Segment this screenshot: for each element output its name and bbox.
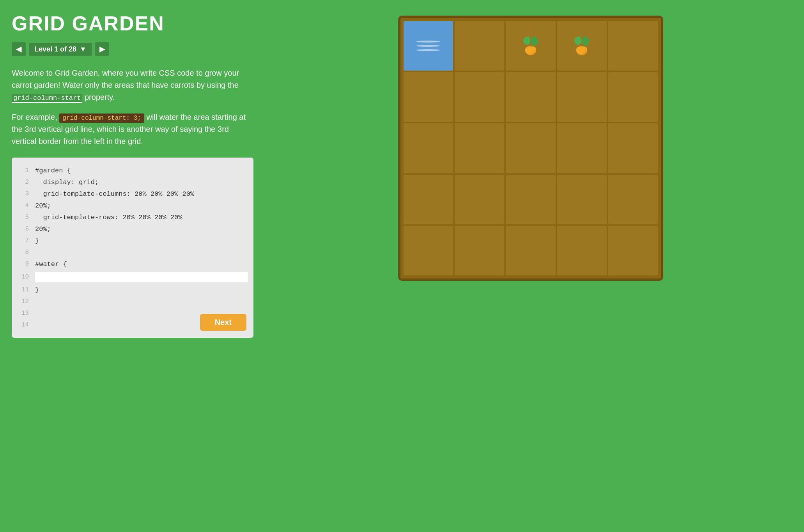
code-line: 8 (12, 246, 253, 258)
garden-cell (506, 226, 555, 275)
carrot (574, 37, 589, 55)
right-panel (269, 12, 792, 281)
line-number: 14 (17, 321, 29, 328)
line-number: 13 (17, 310, 29, 317)
code-input-line: 10 (12, 270, 253, 284)
garden-grid (404, 21, 658, 275)
code-line: 12 (12, 296, 253, 307)
garden-cell (608, 72, 658, 122)
prev-level-button[interactable]: ◀ (12, 42, 26, 56)
line-number: 6 (17, 225, 29, 232)
carrot (523, 37, 538, 55)
level-selector[interactable]: Level 1 of 28 ▼ (29, 43, 92, 56)
carrot-body (525, 46, 536, 55)
code-line: 1#garden { (12, 165, 253, 176)
carrot-leaves (523, 37, 538, 46)
next-button[interactable]: Next (200, 314, 246, 331)
desc1-prefix: Welcome to Grid Garden, where you write … (12, 69, 239, 89)
wave-line (416, 49, 440, 51)
garden-cell (455, 72, 504, 122)
garden-cell (506, 175, 555, 224)
line-text: #water { (35, 261, 67, 268)
code-line: 11} (12, 284, 253, 296)
garden-cell (455, 226, 504, 275)
code-example-inline: grid-column-start: 3; (59, 113, 144, 123)
line-number: 3 (17, 190, 29, 197)
garden-cell (557, 175, 607, 224)
level-navigation: ◀ Level 1 of 28 ▼ ▶ (12, 42, 253, 56)
water-waves (404, 21, 453, 71)
leaf-left (573, 36, 583, 46)
leaf-right (581, 36, 590, 46)
leaf-right (530, 36, 539, 46)
level-label: Level 1 of 28 (34, 45, 76, 53)
garden-cell (404, 21, 453, 71)
line-text: 20%; (35, 225, 51, 233)
garden-cell (404, 226, 453, 275)
line-text: } (35, 286, 39, 294)
garden-container (398, 16, 663, 281)
line-number: 9 (17, 261, 29, 268)
garden-cell (404, 72, 453, 122)
code-line: 9#water { (12, 258, 253, 270)
line-text: grid-template-rows: 20% 20% 20% 20% (35, 214, 182, 221)
garden-cell (455, 21, 504, 71)
dropdown-arrow: ▼ (80, 45, 87, 53)
garden-cell (608, 123, 658, 173)
garden-cell (506, 123, 555, 173)
line-text: display: grid; (35, 179, 99, 186)
code-lines: 1#garden {2 display: grid;3 grid-templat… (12, 165, 253, 331)
line-number: 2 (17, 179, 29, 186)
next-level-button[interactable]: ▶ (95, 42, 109, 56)
code-line: 420%; (12, 200, 253, 211)
garden-cell (557, 21, 607, 71)
garden-cell (404, 175, 453, 224)
code-line: 2 display: grid; (12, 176, 253, 188)
code-line: 5 grid-template-rows: 20% 20% 20% 20% (12, 211, 253, 223)
code-line: 3 grid-template-columns: 20% 20% 20% 20% (12, 188, 253, 200)
garden-cell (557, 123, 607, 173)
carrot-leaves (574, 37, 589, 46)
carrot-body (576, 46, 587, 55)
garden-cell (506, 72, 555, 122)
description-paragraph-2: For example, grid-column-start: 3; will … (12, 111, 253, 147)
garden-cell (506, 21, 555, 71)
line-number: 11 (17, 286, 29, 293)
line-number: 1 (17, 167, 29, 174)
line-number: 4 (17, 202, 29, 209)
line-number: 10 (17, 273, 29, 280)
garden-cell (608, 226, 658, 275)
line-text: grid-template-columns: 20% 20% 20% 20% (35, 190, 194, 198)
line-text: #garden { (35, 167, 71, 174)
garden-cell (404, 123, 453, 173)
line-text: 20%; (35, 202, 51, 209)
description-paragraph-1: Welcome to Grid Garden, where you write … (12, 67, 253, 103)
line-number: 12 (17, 298, 29, 305)
garden-cell (455, 123, 504, 173)
wave-line (416, 41, 440, 43)
css-input-field[interactable] (35, 272, 248, 282)
left-panel: GRID GARDEN ◀ Level 1 of 28 ▼ ▶ Welcome … (12, 12, 253, 338)
garden-cell (557, 72, 607, 122)
garden-cell (557, 226, 607, 275)
desc2-prefix: For example, (12, 113, 59, 121)
line-number: 7 (17, 237, 29, 244)
grid-column-start-link[interactable]: grid-column-start (12, 94, 82, 103)
garden-cell (608, 175, 658, 224)
wave-line (416, 45, 440, 47)
line-number: 8 (17, 249, 29, 256)
garden-cell (455, 175, 504, 224)
desc1-suffix: property. (82, 93, 115, 101)
garden-cell (608, 21, 658, 71)
line-number: 5 (17, 214, 29, 221)
code-line: 620%; (12, 223, 253, 235)
line-text: } (35, 237, 39, 245)
leaf-left (522, 36, 531, 46)
code-editor: 1#garden {2 display: grid;3 grid-templat… (12, 158, 253, 338)
code-line: 7} (12, 235, 253, 246)
app-title: GRID GARDEN (12, 12, 253, 35)
